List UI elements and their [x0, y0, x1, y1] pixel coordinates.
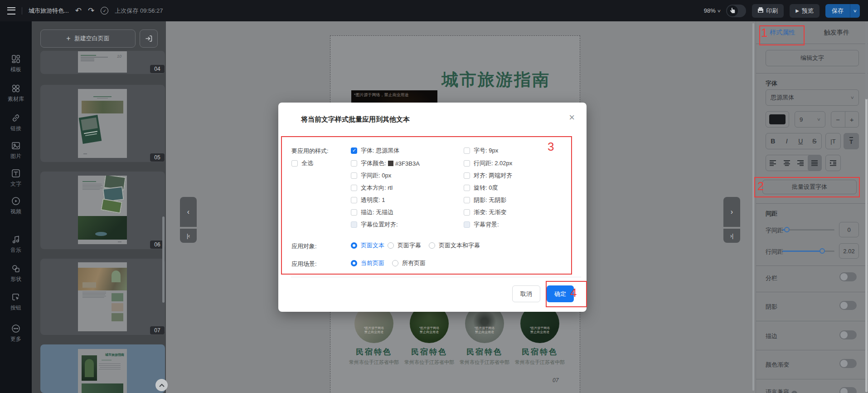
style-option-letter-spacing[interactable]: 字间距: 0px: [351, 172, 391, 180]
decrease-font-button[interactable]: −: [831, 112, 845, 127]
sidebar-item-assets[interactable]: 素材库: [0, 84, 32, 103]
style-option-font[interactable]: 字体: 思源黑体: [351, 147, 399, 155]
page-thumbnail-04[interactable]: 10 04: [40, 51, 165, 74]
homestay-card[interactable]: *图片源于网络禁止商业用途 民宿特色 常州市位于江苏省中部: [457, 304, 512, 366]
sidebar-item-text[interactable]: 文字: [0, 168, 32, 188]
stroke-toggle[interactable]: [839, 330, 857, 339]
checkbox-icon[interactable]: [351, 209, 357, 216]
style-option-subtitle-bg[interactable]: 字幕背景:: [464, 221, 499, 229]
font-color-button[interactable]: [766, 111, 789, 128]
sidebar-item-image[interactable]: 图片: [0, 141, 32, 160]
target-page-subtitle-radio[interactable]: 页面字幕: [388, 241, 421, 250]
save-button[interactable]: 保存: [825, 4, 850, 18]
checkbox-icon[interactable]: [464, 197, 470, 203]
target-text-and-subtitle-radio[interactable]: 页面文本和字幕: [429, 241, 480, 250]
italic-button[interactable]: I: [780, 138, 794, 145]
new-blank-page-button[interactable]: + 新建空白页面: [40, 29, 136, 48]
checkbox-icon[interactable]: [464, 172, 470, 179]
page-thumbnail-06[interactable]: 06: [40, 172, 165, 249]
align-left-button[interactable]: [766, 155, 780, 171]
close-icon[interactable]: ×: [569, 113, 575, 123]
last-page-button[interactable]: ›|: [723, 229, 740, 243]
import-page-button[interactable]: [140, 29, 158, 48]
font-size-select[interactable]: 9 ∨: [795, 111, 825, 128]
preview-button[interactable]: ▶ 预览: [790, 4, 820, 18]
checkbox-icon[interactable]: [351, 160, 357, 167]
homestay-card[interactable]: *图片源于网络禁止商业用途 民宿特色 常州市位于江苏省中部: [513, 304, 567, 366]
homestay-card[interactable]: *图片源于网络禁止商业用途 民宿特色 常州市位于江苏省中部: [347, 304, 401, 366]
edit-text-button[interactable]: 编辑文字: [766, 50, 859, 66]
zoom-control[interactable]: 98% ∨: [704, 7, 721, 14]
indent-button[interactable]: [825, 155, 841, 171]
radio-icon[interactable]: [388, 242, 394, 249]
tab-style-properties[interactable]: 样式属性: [770, 26, 795, 39]
checkbox-checked-icon[interactable]: [351, 147, 357, 154]
checkbox-icon[interactable]: [464, 209, 470, 216]
style-option-stroke[interactable]: 描边: 无描边: [351, 208, 393, 216]
sidebar-item-music[interactable]: 音乐: [0, 235, 32, 254]
style-option-font-size[interactable]: 字号: 9px: [464, 147, 498, 155]
select-all-option[interactable]: 全选: [291, 159, 313, 167]
checkbox-icon[interactable]: [464, 221, 470, 228]
redo-icon[interactable]: ↷: [88, 7, 94, 15]
save-dropdown-button[interactable]: ∨: [850, 4, 860, 18]
target-page-text-radio[interactable]: 页面文本: [351, 241, 384, 250]
page-title[interactable]: 城市旅游指南: [441, 69, 577, 91]
pages-scrollbar[interactable]: [162, 216, 165, 303]
avatar[interactable]: [726, 5, 746, 17]
language-compat-toggle[interactable]: [839, 387, 857, 393]
sidebar-item-more[interactable]: 更多: [0, 324, 32, 343]
menu-icon[interactable]: [7, 7, 15, 15]
columns-toggle[interactable]: [839, 272, 857, 281]
vertical-text-button[interactable]: |T: [825, 133, 841, 149]
checkbox-icon[interactable]: [351, 172, 357, 179]
checkbox-icon[interactable]: [464, 147, 470, 154]
align-center-button[interactable]: [780, 155, 794, 171]
radio-icon[interactable]: [392, 260, 398, 266]
radio-selected-icon[interactable]: [351, 242, 357, 249]
style-option-subtitle-align[interactable]: 字幕位置对齐:: [351, 221, 398, 229]
checkbox-icon[interactable]: [351, 185, 357, 191]
sidebar-item-template[interactable]: 模板: [0, 54, 32, 74]
page-thumbnail-05[interactable]: 05: [40, 85, 165, 162]
first-page-button[interactable]: |‹: [180, 229, 197, 243]
style-option-gradient[interactable]: 渐变: 无渐变: [464, 208, 506, 216]
document-title[interactable]: 城市旅游特色...: [29, 7, 69, 15]
align-justify-button[interactable]: [808, 155, 822, 171]
page-thumbnail-07[interactable]: 07: [40, 259, 165, 335]
increase-font-button[interactable]: +: [845, 112, 859, 127]
undo-icon[interactable]: ↶: [75, 7, 82, 15]
align-right-button[interactable]: [794, 155, 808, 171]
checkbox-icon[interactable]: [351, 221, 357, 228]
scope-current-page-radio[interactable]: 当前页面: [351, 259, 384, 267]
scope-all-pages-radio[interactable]: 所有页面: [392, 259, 426, 267]
radio-icon[interactable]: [429, 242, 435, 249]
style-option-opacity[interactable]: 透明度: 1: [351, 196, 385, 204]
confirm-button[interactable]: 确定: [547, 285, 574, 302]
style-option-text-direction[interactable]: 文本方向: rtl: [351, 184, 393, 192]
strikethrough-button[interactable]: S: [808, 138, 822, 145]
sidebar-item-video[interactable]: 视频: [0, 196, 32, 216]
homestay-card[interactable]: *图片源于网络禁止商业用途 民宿特色 常州市位于江苏省中部: [402, 304, 456, 366]
checkbox-icon[interactable]: [351, 197, 357, 203]
print-button[interactable]: 印刷: [752, 4, 784, 18]
checkbox-icon[interactable]: [291, 160, 298, 167]
prev-page-button[interactable]: ‹: [180, 197, 197, 227]
style-option-align[interactable]: 对齐: 两端对齐: [464, 172, 512, 180]
batch-set-font-button[interactable]: 批量设置字体: [762, 180, 857, 194]
letter-spacing-knob[interactable]: [784, 227, 790, 232]
underline-button[interactable]: U: [794, 138, 808, 145]
radio-selected-icon[interactable]: [351, 260, 357, 266]
style-option-rotate[interactable]: 旋转: 0度: [464, 184, 498, 192]
letter-spacing-value[interactable]: 0: [839, 222, 859, 237]
style-option-font-color[interactable]: 字体颜色: #3F3B3A: [351, 159, 420, 167]
sidebar-item-button[interactable]: 按钮: [0, 292, 32, 312]
panel-scrollbar[interactable]: [865, 22, 868, 392]
next-page-button[interactable]: ›: [723, 197, 740, 227]
sidebar-item-shape[interactable]: 形状: [0, 264, 32, 283]
sidebar-item-link[interactable]: 链接: [0, 113, 32, 133]
tab-trigger-events[interactable]: 触发事件: [824, 26, 849, 39]
bold-button[interactable]: B: [766, 138, 780, 145]
checkbox-icon[interactable]: [464, 185, 470, 191]
line-spacing-knob[interactable]: [820, 248, 825, 254]
